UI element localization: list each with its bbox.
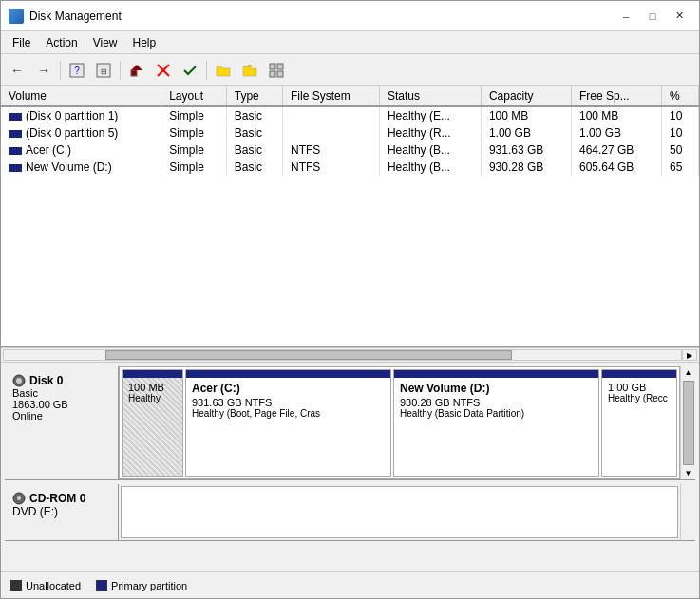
svg-text:⊟: ⊟ (101, 67, 107, 76)
cell-capacity: 1.00 GB (481, 124, 571, 141)
svg-text:?: ? (74, 66, 80, 76)
col-layout: Layout (161, 86, 227, 106)
cell-free: 605.64 GB (572, 159, 662, 176)
folder2-button[interactable] (237, 58, 262, 83)
volume-table: Volume Layout Type File System Status Ca… (1, 86, 699, 176)
svg-rect-10 (277, 64, 283, 69)
cell-pct: 10 (662, 106, 699, 124)
separator-3 (206, 61, 207, 80)
volume-table-section[interactable]: Volume Layout Type File System Status Ca… (1, 86, 699, 347)
cdrom-content (121, 486, 678, 538)
back-button[interactable]: ← (5, 58, 29, 83)
cell-fs: NTFS (283, 159, 380, 176)
maximize-button[interactable]: □ (640, 6, 665, 27)
col-volume: Volume (1, 86, 161, 106)
cell-status: Healthy (B... (379, 159, 481, 176)
col-capacity: Capacity (481, 86, 571, 106)
cell-status: Healthy (E... (379, 106, 481, 124)
menu-help[interactable]: Help (125, 34, 164, 51)
cdrom-label: CD-ROM 0 DVD (E:) (5, 484, 119, 540)
cell-pct: 65 (662, 159, 699, 176)
cell-pct: 50 (662, 141, 699, 159)
disk-0-partitions: 100 MB Healthy Acer (C:) 931.63 GB NTFS … (119, 366, 680, 479)
separator-1 (60, 61, 61, 80)
svg-rect-4 (131, 70, 137, 76)
svg-rect-8 (248, 65, 252, 67)
legend-bar: Unallocated Primary partition (1, 571, 699, 598)
partition-2[interactable]: Acer (C:) 931.63 GB NTFS Healthy (Boot, … (185, 369, 391, 477)
cell-fs (283, 124, 380, 141)
app-icon (9, 9, 24, 24)
close-button[interactable]: ✕ (667, 6, 691, 27)
table-row[interactable]: (Disk 0 partition 5) Simple Basic Health… (1, 124, 699, 141)
main-window: Disk Management – □ ✕ File Action View H… (0, 0, 700, 599)
disk-section: Disk 0 Basic 1863.00 GB Online 100 MB He… (1, 363, 699, 571)
col-free: Free Sp... (572, 86, 662, 106)
cell-pct: 10 (662, 124, 699, 141)
cell-layout: Simple (161, 106, 227, 124)
partition-3[interactable]: New Volume (D:) 930.28 GB NTFS Healthy (… (393, 369, 599, 477)
cell-fs (283, 106, 380, 124)
cell-volume: New Volume (D:) (1, 159, 161, 176)
cell-free: 1.00 GB (572, 124, 662, 141)
menu-bar: File Action View Help (1, 31, 699, 54)
toolbar: ← → ? ⊟ (1, 54, 699, 86)
cdrom-row: CD-ROM 0 DVD (E:) (5, 484, 695, 541)
svg-rect-11 (270, 71, 275, 77)
legend-unallocated: Unallocated (10, 580, 81, 591)
window-controls: – □ ✕ (614, 6, 691, 27)
cell-type: Basic (226, 106, 282, 124)
table-header: Volume Layout Type File System Status Ca… (1, 86, 699, 106)
menu-view[interactable]: View (85, 34, 125, 51)
cell-status: Healthy (R... (379, 124, 481, 141)
scroll-right[interactable]: ▶ (682, 349, 697, 361)
partition-1[interactable]: 100 MB Healthy (122, 369, 183, 477)
cell-free: 464.27 GB (572, 141, 662, 159)
rescan-button[interactable]: ⊟ (91, 58, 116, 83)
legend-primary-box (96, 580, 107, 591)
cdrom-scrollbar (680, 484, 695, 540)
cell-type: Basic (226, 124, 282, 141)
main-content: Volume Layout Type File System Status Ca… (1, 86, 699, 598)
menu-file[interactable]: File (5, 34, 38, 51)
disk-0-row: Disk 0 Basic 1863.00 GB Online 100 MB He… (5, 366, 695, 480)
disk-0-label: Disk 0 Basic 1863.00 GB Online (5, 366, 119, 479)
forward-button[interactable]: → (31, 58, 56, 83)
folder-button[interactable] (211, 58, 236, 83)
title-bar: Disk Management – □ ✕ (1, 1, 699, 31)
col-type: Type (226, 86, 282, 106)
cell-volume: Acer (C:) (1, 141, 161, 159)
cell-layout: Simple (161, 124, 227, 141)
cell-capacity: 100 MB (481, 106, 571, 124)
cell-volume: (Disk 0 partition 1) (1, 106, 161, 124)
scroll-down[interactable]: ▼ (683, 467, 694, 479)
cell-type: Basic (226, 141, 282, 159)
grid-button[interactable] (264, 58, 289, 83)
delete-button[interactable] (151, 58, 176, 83)
cell-volume: (Disk 0 partition 5) (1, 124, 161, 141)
cell-capacity: 931.63 GB (481, 141, 571, 159)
properties-button[interactable]: ? (65, 58, 89, 83)
separator-2 (120, 61, 121, 80)
col-status: Status (379, 86, 481, 106)
window-title: Disk Management (29, 9, 614, 23)
cell-layout: Simple (161, 159, 227, 176)
toolbar-btn-3[interactable] (124, 58, 149, 83)
cell-fs: NTFS (283, 141, 380, 159)
svg-rect-12 (277, 71, 283, 77)
table-row[interactable]: Acer (C:) Simple Basic NTFS Healthy (B..… (1, 141, 699, 159)
scroll-up[interactable]: ▲ (683, 366, 694, 379)
cell-layout: Simple (161, 141, 227, 159)
svg-point-14 (16, 378, 22, 384)
vertical-scrollbar[interactable]: ▲ ▼ (680, 366, 695, 479)
menu-action[interactable]: Action (38, 34, 85, 51)
svg-point-16 (17, 496, 21, 500)
check-button[interactable] (178, 58, 202, 83)
horizontal-scrollbar[interactable]: ▶ (1, 347, 699, 363)
svg-marker-5 (131, 65, 142, 70)
table-row[interactable]: New Volume (D:) Simple Basic NTFS Health… (1, 159, 699, 176)
table-row[interactable]: (Disk 0 partition 1) Simple Basic Health… (1, 106, 699, 124)
cell-free: 100 MB (572, 106, 662, 124)
minimize-button[interactable]: – (614, 6, 638, 27)
partition-4[interactable]: 1.00 GB Healthy (Recc (601, 369, 677, 477)
